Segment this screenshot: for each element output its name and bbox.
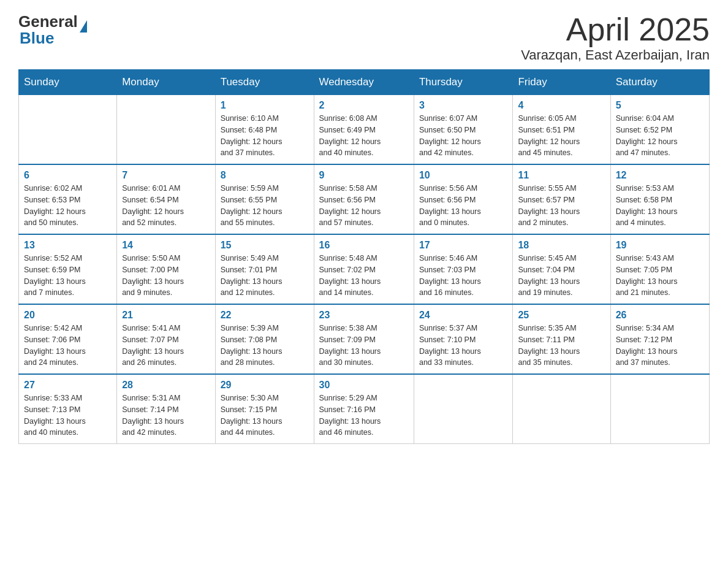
weekday-header-monday: Monday xyxy=(117,70,215,95)
day-number: 2 xyxy=(319,100,409,111)
calendar-cell: 14Sunrise: 5:50 AM Sunset: 7:00 PM Dayli… xyxy=(117,234,215,304)
calendar-cell xyxy=(19,95,117,165)
calendar-cell: 19Sunrise: 5:43 AM Sunset: 7:05 PM Dayli… xyxy=(610,234,709,304)
weekday-header-saturday: Saturday xyxy=(610,70,709,95)
calendar-cell: 11Sunrise: 5:55 AM Sunset: 6:57 PM Dayli… xyxy=(513,164,610,234)
day-number: 10 xyxy=(419,170,508,181)
calendar-cell: 10Sunrise: 5:56 AM Sunset: 6:56 PM Dayli… xyxy=(414,164,513,234)
day-number: 7 xyxy=(122,170,210,181)
day-number: 16 xyxy=(319,240,409,251)
calendar-cell: 13Sunrise: 5:52 AM Sunset: 6:59 PM Dayli… xyxy=(19,234,117,304)
logo-blue-text: Blue xyxy=(20,29,87,48)
day-info: Sunrise: 5:30 AM Sunset: 7:15 PM Dayligh… xyxy=(221,393,309,439)
day-number: 29 xyxy=(221,380,309,391)
day-info: Sunrise: 5:34 AM Sunset: 7:12 PM Dayligh… xyxy=(616,323,704,369)
day-number: 11 xyxy=(518,170,605,181)
calendar-cell: 5Sunrise: 6:04 AM Sunset: 6:52 PM Daylig… xyxy=(610,95,709,165)
day-number: 9 xyxy=(319,170,409,181)
day-info: Sunrise: 5:39 AM Sunset: 7:08 PM Dayligh… xyxy=(221,323,309,369)
day-info: Sunrise: 5:41 AM Sunset: 7:07 PM Dayligh… xyxy=(122,323,210,369)
day-info: Sunrise: 5:37 AM Sunset: 7:10 PM Dayligh… xyxy=(419,323,508,369)
day-number: 6 xyxy=(24,170,112,181)
logo-triangle-icon xyxy=(80,20,87,33)
calendar-cell xyxy=(513,374,610,444)
calendar-cell: 29Sunrise: 5:30 AM Sunset: 7:15 PM Dayli… xyxy=(215,374,314,444)
day-info: Sunrise: 5:42 AM Sunset: 7:06 PM Dayligh… xyxy=(24,323,112,369)
day-info: Sunrise: 6:08 AM Sunset: 6:49 PM Dayligh… xyxy=(319,113,409,159)
month-title: April 2025 xyxy=(521,12,710,47)
day-number: 3 xyxy=(419,100,508,111)
calendar-week-row: 27Sunrise: 5:33 AM Sunset: 7:13 PM Dayli… xyxy=(19,374,710,444)
calendar-cell: 22Sunrise: 5:39 AM Sunset: 7:08 PM Dayli… xyxy=(215,304,314,374)
page-header: General Blue April 2025 Varazqan, East A… xyxy=(18,12,710,63)
day-info: Sunrise: 5:46 AM Sunset: 7:03 PM Dayligh… xyxy=(419,253,508,299)
day-number: 15 xyxy=(221,240,309,251)
day-info: Sunrise: 5:43 AM Sunset: 7:05 PM Dayligh… xyxy=(616,253,704,299)
calendar-week-row: 6Sunrise: 6:02 AM Sunset: 6:53 PM Daylig… xyxy=(19,164,710,234)
day-info: Sunrise: 5:33 AM Sunset: 7:13 PM Dayligh… xyxy=(24,393,112,439)
calendar-cell: 30Sunrise: 5:29 AM Sunset: 7:16 PM Dayli… xyxy=(314,374,414,444)
calendar-cell: 1Sunrise: 6:10 AM Sunset: 6:48 PM Daylig… xyxy=(215,95,314,165)
calendar-cell: 25Sunrise: 5:35 AM Sunset: 7:11 PM Dayli… xyxy=(513,304,610,374)
weekday-header-tuesday: Tuesday xyxy=(215,70,314,95)
calendar-cell: 2Sunrise: 6:08 AM Sunset: 6:49 PM Daylig… xyxy=(314,95,414,165)
calendar-cell xyxy=(414,374,513,444)
calendar-cell: 27Sunrise: 5:33 AM Sunset: 7:13 PM Dayli… xyxy=(19,374,117,444)
day-number: 17 xyxy=(419,240,508,251)
day-info: Sunrise: 5:52 AM Sunset: 6:59 PM Dayligh… xyxy=(24,253,112,299)
calendar-cell: 9Sunrise: 5:58 AM Sunset: 6:56 PM Daylig… xyxy=(314,164,414,234)
weekday-header-friday: Friday xyxy=(513,70,610,95)
day-info: Sunrise: 5:49 AM Sunset: 7:01 PM Dayligh… xyxy=(221,253,309,299)
day-number: 23 xyxy=(319,310,409,321)
calendar-cell xyxy=(610,374,709,444)
day-info: Sunrise: 5:50 AM Sunset: 7:00 PM Dayligh… xyxy=(122,253,210,299)
day-number: 28 xyxy=(122,380,210,391)
day-info: Sunrise: 5:31 AM Sunset: 7:14 PM Dayligh… xyxy=(122,393,210,439)
weekday-header-row: SundayMondayTuesdayWednesdayThursdayFrid… xyxy=(19,70,710,95)
calendar-week-row: 13Sunrise: 5:52 AM Sunset: 6:59 PM Dayli… xyxy=(19,234,710,304)
day-number: 19 xyxy=(616,240,704,251)
day-info: Sunrise: 6:05 AM Sunset: 6:51 PM Dayligh… xyxy=(518,113,605,159)
day-number: 4 xyxy=(518,100,605,111)
day-number: 5 xyxy=(616,100,704,111)
logo-general-text: General xyxy=(18,12,78,31)
calendar-cell: 6Sunrise: 6:02 AM Sunset: 6:53 PM Daylig… xyxy=(19,164,117,234)
calendar-cell: 20Sunrise: 5:42 AM Sunset: 7:06 PM Dayli… xyxy=(19,304,117,374)
logo: General Blue xyxy=(18,12,87,48)
day-info: Sunrise: 6:01 AM Sunset: 6:54 PM Dayligh… xyxy=(122,183,210,229)
day-number: 21 xyxy=(122,310,210,321)
day-info: Sunrise: 5:29 AM Sunset: 7:16 PM Dayligh… xyxy=(319,393,409,439)
day-info: Sunrise: 5:45 AM Sunset: 7:04 PM Dayligh… xyxy=(518,253,605,299)
calendar-cell: 18Sunrise: 5:45 AM Sunset: 7:04 PM Dayli… xyxy=(513,234,610,304)
calendar-cell: 7Sunrise: 6:01 AM Sunset: 6:54 PM Daylig… xyxy=(117,164,215,234)
weekday-header-thursday: Thursday xyxy=(414,70,513,95)
calendar-cell: 28Sunrise: 5:31 AM Sunset: 7:14 PM Dayli… xyxy=(117,374,215,444)
calendar-week-row: 1Sunrise: 6:10 AM Sunset: 6:48 PM Daylig… xyxy=(19,95,710,165)
day-info: Sunrise: 5:55 AM Sunset: 6:57 PM Dayligh… xyxy=(518,183,605,229)
day-number: 22 xyxy=(221,310,309,321)
calendar-cell: 3Sunrise: 6:07 AM Sunset: 6:50 PM Daylig… xyxy=(414,95,513,165)
calendar-cell: 16Sunrise: 5:48 AM Sunset: 7:02 PM Dayli… xyxy=(314,234,414,304)
day-number: 8 xyxy=(221,170,309,181)
day-info: Sunrise: 5:59 AM Sunset: 6:55 PM Dayligh… xyxy=(221,183,309,229)
calendar-cell: 15Sunrise: 5:49 AM Sunset: 7:01 PM Dayli… xyxy=(215,234,314,304)
calendar-cell: 12Sunrise: 5:53 AM Sunset: 6:58 PM Dayli… xyxy=(610,164,709,234)
day-info: Sunrise: 5:48 AM Sunset: 7:02 PM Dayligh… xyxy=(319,253,409,299)
calendar-cell: 23Sunrise: 5:38 AM Sunset: 7:09 PM Dayli… xyxy=(314,304,414,374)
title-area: April 2025 Varazqan, East Azerbaijan, Ir… xyxy=(521,12,710,63)
day-info: Sunrise: 6:10 AM Sunset: 6:48 PM Dayligh… xyxy=(221,113,309,159)
day-number: 18 xyxy=(518,240,605,251)
calendar-cell: 4Sunrise: 6:05 AM Sunset: 6:51 PM Daylig… xyxy=(513,95,610,165)
calendar-table: SundayMondayTuesdayWednesdayThursdayFrid… xyxy=(18,69,710,444)
calendar-cell: 24Sunrise: 5:37 AM Sunset: 7:10 PM Dayli… xyxy=(414,304,513,374)
day-info: Sunrise: 5:38 AM Sunset: 7:09 PM Dayligh… xyxy=(319,323,409,369)
day-number: 30 xyxy=(319,380,409,391)
day-number: 12 xyxy=(616,170,704,181)
day-info: Sunrise: 5:56 AM Sunset: 6:56 PM Dayligh… xyxy=(419,183,508,229)
day-number: 20 xyxy=(24,310,112,321)
calendar-cell: 21Sunrise: 5:41 AM Sunset: 7:07 PM Dayli… xyxy=(117,304,215,374)
day-number: 27 xyxy=(24,380,112,391)
day-info: Sunrise: 6:04 AM Sunset: 6:52 PM Dayligh… xyxy=(616,113,704,159)
calendar-cell: 17Sunrise: 5:46 AM Sunset: 7:03 PM Dayli… xyxy=(414,234,513,304)
calendar-cell: 8Sunrise: 5:59 AM Sunset: 6:55 PM Daylig… xyxy=(215,164,314,234)
